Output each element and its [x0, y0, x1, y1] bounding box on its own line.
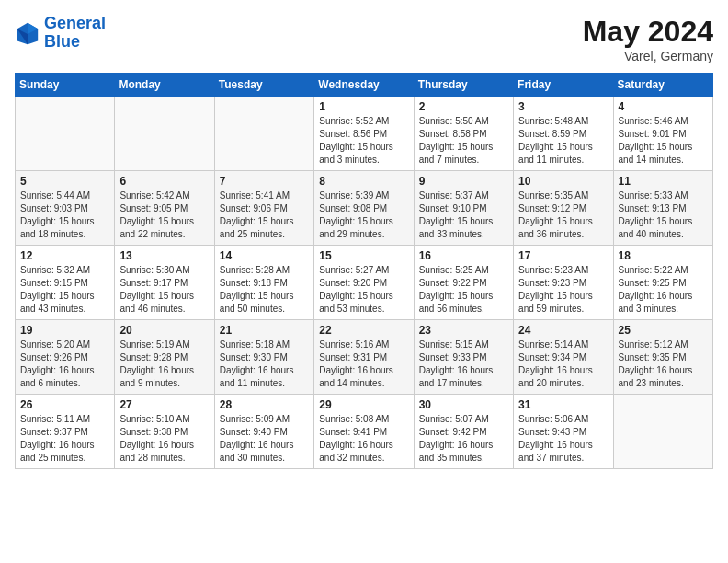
day-of-week-header: Saturday	[613, 74, 712, 97]
day-number: 7	[220, 175, 309, 188]
calendar-week-row: 12Sunrise: 5:32 AM Sunset: 9:15 PM Dayli…	[16, 246, 713, 320]
day-number: 20	[119, 324, 209, 337]
calendar-day-cell: 28Sunrise: 5:09 AM Sunset: 9:40 PM Dayli…	[214, 395, 313, 469]
calendar-day-cell: 9Sunrise: 5:37 AM Sunset: 9:10 PM Daylig…	[414, 171, 513, 246]
logo-blue: Blue	[44, 32, 80, 51]
location: Varel, Germany	[583, 49, 713, 63]
calendar-day-cell: 8Sunrise: 5:39 AM Sunset: 9:08 PM Daylig…	[314, 171, 414, 246]
calendar-day-cell: 14Sunrise: 5:28 AM Sunset: 9:18 PM Dayli…	[214, 246, 313, 320]
day-info: Sunrise: 5:23 AM Sunset: 9:23 PM Dayligh…	[518, 264, 608, 316]
day-info: Sunrise: 5:30 AM Sunset: 9:17 PM Dayligh…	[119, 264, 209, 316]
calendar-day-cell	[214, 97, 313, 171]
day-number: 10	[518, 175, 608, 188]
day-of-week-header: Wednesday	[314, 74, 414, 97]
calendar-day-cell: 24Sunrise: 5:14 AM Sunset: 9:34 PM Dayli…	[514, 320, 613, 395]
day-number: 13	[119, 249, 209, 262]
day-number: 23	[419, 324, 508, 337]
day-info: Sunrise: 5:22 AM Sunset: 9:25 PM Dayligh…	[619, 264, 708, 316]
day-number: 16	[419, 249, 508, 262]
calendar-day-cell: 5Sunrise: 5:44 AM Sunset: 9:03 PM Daylig…	[16, 171, 115, 246]
day-number: 21	[220, 324, 309, 337]
calendar-day-cell: 27Sunrise: 5:10 AM Sunset: 9:38 PM Dayli…	[115, 395, 214, 469]
day-info: Sunrise: 5:06 AM Sunset: 9:43 PM Dayligh…	[518, 413, 608, 465]
calendar-day-cell: 12Sunrise: 5:32 AM Sunset: 9:15 PM Dayli…	[16, 246, 115, 320]
day-info: Sunrise: 5:52 AM Sunset: 8:56 PM Dayligh…	[319, 115, 408, 167]
day-info: Sunrise: 5:11 AM Sunset: 9:37 PM Dayligh…	[20, 413, 109, 465]
day-number: 28	[220, 398, 309, 411]
day-info: Sunrise: 5:50 AM Sunset: 8:58 PM Dayligh…	[419, 115, 508, 167]
day-number: 9	[419, 175, 508, 188]
day-info: Sunrise: 5:41 AM Sunset: 9:06 PM Dayligh…	[220, 190, 309, 241]
day-number: 31	[518, 398, 608, 411]
calendar-day-cell: 25Sunrise: 5:12 AM Sunset: 9:35 PM Dayli…	[613, 320, 712, 395]
day-info: Sunrise: 5:12 AM Sunset: 9:35 PM Dayligh…	[619, 339, 708, 390]
title-block: May 2024 Varel, Germany	[583, 15, 713, 63]
day-number: 29	[319, 398, 408, 411]
calendar-day-cell: 21Sunrise: 5:18 AM Sunset: 9:30 PM Dayli…	[214, 320, 313, 395]
day-number: 24	[518, 324, 608, 337]
calendar-week-row: 5Sunrise: 5:44 AM Sunset: 9:03 PM Daylig…	[16, 171, 713, 246]
calendar-day-cell: 20Sunrise: 5:19 AM Sunset: 9:28 PM Dayli…	[115, 320, 214, 395]
calendar-day-cell: 17Sunrise: 5:23 AM Sunset: 9:23 PM Dayli…	[514, 246, 613, 320]
calendar-day-cell: 2Sunrise: 5:50 AM Sunset: 8:58 PM Daylig…	[414, 97, 513, 171]
calendar-day-cell	[613, 395, 712, 469]
day-number: 3	[518, 100, 608, 113]
day-of-week-header: Monday	[115, 74, 214, 97]
day-info: Sunrise: 5:07 AM Sunset: 9:42 PM Dayligh…	[419, 413, 508, 465]
logo-general: General	[44, 14, 106, 32]
calendar-day-cell: 19Sunrise: 5:20 AM Sunset: 9:26 PM Dayli…	[16, 320, 115, 395]
day-number: 15	[319, 249, 408, 262]
day-number: 17	[518, 249, 608, 262]
calendar-day-cell: 18Sunrise: 5:22 AM Sunset: 9:25 PM Dayli…	[613, 246, 712, 320]
calendar-day-cell: 22Sunrise: 5:16 AM Sunset: 9:31 PM Dayli…	[314, 320, 414, 395]
day-number: 6	[119, 175, 209, 188]
calendar-day-cell: 29Sunrise: 5:08 AM Sunset: 9:41 PM Dayli…	[314, 395, 414, 469]
calendar-day-cell: 31Sunrise: 5:06 AM Sunset: 9:43 PM Dayli…	[514, 395, 613, 469]
day-number: 22	[319, 324, 408, 337]
calendar-day-cell: 23Sunrise: 5:15 AM Sunset: 9:33 PM Dayli…	[414, 320, 513, 395]
day-info: Sunrise: 5:46 AM Sunset: 9:01 PM Dayligh…	[619, 115, 708, 167]
logo: General Blue	[15, 15, 106, 52]
day-number: 19	[20, 324, 109, 337]
day-of-week-header: Sunday	[16, 74, 115, 97]
day-info: Sunrise: 5:33 AM Sunset: 9:13 PM Dayligh…	[619, 190, 708, 241]
day-info: Sunrise: 5:08 AM Sunset: 9:41 PM Dayligh…	[319, 413, 408, 465]
calendar-day-cell: 15Sunrise: 5:27 AM Sunset: 9:20 PM Dayli…	[314, 246, 414, 320]
day-number: 18	[619, 249, 708, 262]
day-number: 4	[619, 100, 708, 113]
day-number: 8	[319, 175, 408, 188]
calendar-week-row: 26Sunrise: 5:11 AM Sunset: 9:37 PM Dayli…	[16, 395, 713, 469]
calendar-day-cell: 30Sunrise: 5:07 AM Sunset: 9:42 PM Dayli…	[414, 395, 513, 469]
day-number: 11	[619, 175, 708, 188]
day-number: 26	[20, 398, 109, 411]
day-number: 2	[419, 100, 508, 113]
day-number: 1	[319, 100, 408, 113]
logo-icon	[15, 20, 40, 46]
day-number: 30	[419, 398, 508, 411]
calendar-day-cell	[115, 97, 214, 171]
day-info: Sunrise: 5:42 AM Sunset: 9:05 PM Dayligh…	[119, 190, 209, 241]
day-info: Sunrise: 5:14 AM Sunset: 9:34 PM Dayligh…	[518, 339, 608, 390]
day-of-week-header: Tuesday	[214, 74, 313, 97]
calendar-week-row: 19Sunrise: 5:20 AM Sunset: 9:26 PM Dayli…	[16, 320, 713, 395]
day-info: Sunrise: 5:19 AM Sunset: 9:28 PM Dayligh…	[119, 339, 209, 390]
calendar-week-row: 1Sunrise: 5:52 AM Sunset: 8:56 PM Daylig…	[16, 97, 713, 171]
day-info: Sunrise: 5:09 AM Sunset: 9:40 PM Dayligh…	[220, 413, 309, 465]
day-info: Sunrise: 5:39 AM Sunset: 9:08 PM Dayligh…	[319, 190, 408, 241]
logo-text: General Blue	[44, 15, 106, 52]
day-number: 12	[20, 249, 109, 262]
calendar-day-cell: 6Sunrise: 5:42 AM Sunset: 9:05 PM Daylig…	[115, 171, 214, 246]
calendar-day-cell: 11Sunrise: 5:33 AM Sunset: 9:13 PM Dayli…	[613, 171, 712, 246]
day-info: Sunrise: 5:35 AM Sunset: 9:12 PM Dayligh…	[518, 190, 608, 241]
day-number: 25	[619, 324, 708, 337]
calendar-day-cell: 7Sunrise: 5:41 AM Sunset: 9:06 PM Daylig…	[214, 171, 313, 246]
day-info: Sunrise: 5:10 AM Sunset: 9:38 PM Dayligh…	[119, 413, 209, 465]
day-info: Sunrise: 5:32 AM Sunset: 9:15 PM Dayligh…	[20, 264, 109, 316]
month-title: May 2024	[583, 15, 713, 49]
day-info: Sunrise: 5:27 AM Sunset: 9:20 PM Dayligh…	[319, 264, 408, 316]
day-info: Sunrise: 5:44 AM Sunset: 9:03 PM Dayligh…	[20, 190, 109, 241]
day-info: Sunrise: 5:48 AM Sunset: 8:59 PM Dayligh…	[518, 115, 608, 167]
page-header: General Blue May 2024 Varel, Germany	[15, 15, 713, 63]
calendar-day-cell: 26Sunrise: 5:11 AM Sunset: 9:37 PM Dayli…	[16, 395, 115, 469]
day-info: Sunrise: 5:20 AM Sunset: 9:26 PM Dayligh…	[20, 339, 109, 390]
